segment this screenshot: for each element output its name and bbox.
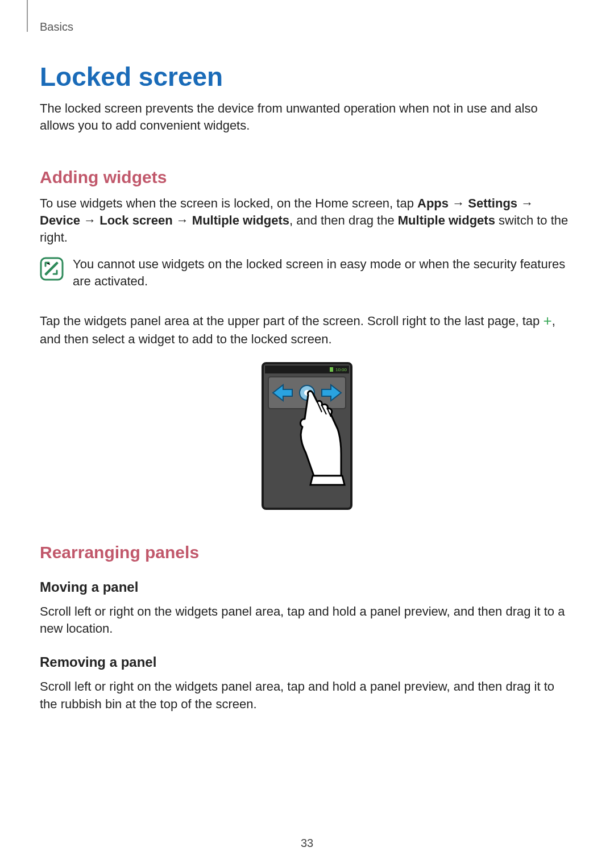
label-multiple-widgets: Multiple widgets bbox=[192, 213, 289, 227]
text-fragment: Tap the widgets panel area at the upper … bbox=[40, 314, 543, 328]
adding-widgets-paragraph-2: Tap the widgets panel area at the upper … bbox=[40, 311, 574, 348]
label-device: Device bbox=[40, 213, 80, 227]
page-number: 33 bbox=[0, 837, 614, 850]
illustration-widget-scroll: 10:00 bbox=[40, 362, 574, 510]
adding-widgets-paragraph-1: To use widgets when the screen is locked… bbox=[40, 195, 574, 247]
removing-panel-text: Scroll left or right on the widgets pane… bbox=[40, 678, 574, 713]
arrow-icon: → bbox=[517, 196, 533, 210]
svg-rect-3 bbox=[330, 367, 333, 372]
label-multiple-widgets-2: Multiple widgets bbox=[398, 213, 495, 227]
arrow-icon: → bbox=[173, 213, 192, 227]
page-title: Locked screen bbox=[40, 61, 574, 92]
label-settings: Settings bbox=[468, 196, 517, 210]
text-fragment: , and then drag the bbox=[289, 213, 398, 227]
note-callout: You cannot use widgets on the locked scr… bbox=[40, 256, 574, 290]
label-lock-screen: Lock screen bbox=[99, 213, 172, 227]
moving-panel-text: Scroll left or right on the widgets pane… bbox=[40, 603, 574, 638]
text-fragment: To use widgets when the screen is locked… bbox=[40, 196, 417, 210]
section-heading-rearranging-panels: Rearranging panels bbox=[40, 543, 574, 562]
arrow-icon: → bbox=[449, 196, 468, 210]
note-text: You cannot use widgets on the locked scr… bbox=[73, 256, 574, 290]
label-apps: Apps bbox=[417, 196, 449, 210]
arrow-icon: → bbox=[80, 213, 99, 227]
breadcrumb: Basics bbox=[40, 20, 73, 34]
plus-icon: + bbox=[543, 312, 551, 329]
note-icon bbox=[40, 257, 64, 283]
subheading-removing-panel: Removing a panel bbox=[40, 654, 574, 670]
subheading-moving-panel: Moving a panel bbox=[40, 579, 574, 595]
intro-paragraph: The locked screen prevents the device fr… bbox=[40, 100, 574, 135]
section-heading-adding-widgets: Adding widgets bbox=[40, 168, 574, 187]
status-time-text: 10:00 bbox=[335, 367, 347, 372]
header-tick-mark bbox=[27, 0, 28, 32]
